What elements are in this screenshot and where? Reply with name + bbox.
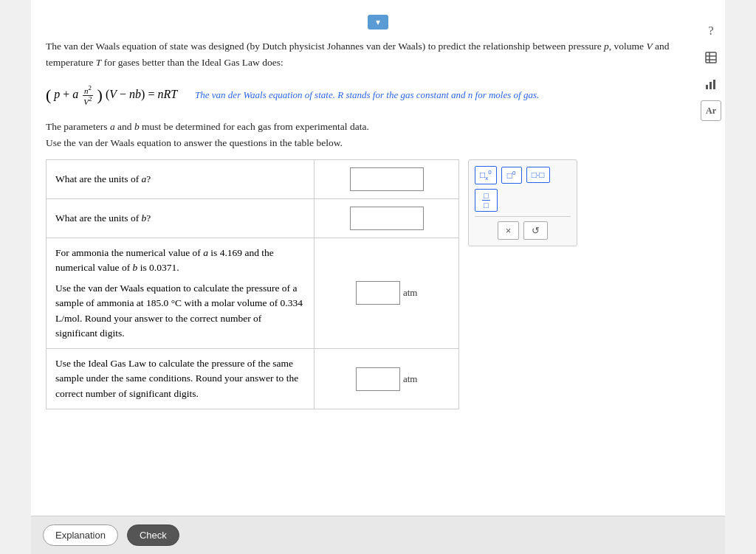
- table-row: Use the Ideal Gas Law to calculate the p…: [47, 349, 459, 409]
- power-button[interactable]: □0: [501, 167, 522, 184]
- help-icon[interactable]: ?: [701, 21, 721, 41]
- symbol-panel: □x0 □0 □·□ □ □: [468, 159, 577, 247]
- table-row: What are the units of a?: [47, 159, 459, 198]
- symbol-row-2: □ □: [475, 189, 571, 212]
- answer-input-1[interactable]: [350, 167, 424, 191]
- ar-icon[interactable]: Ar: [701, 100, 721, 121]
- answer-cell-4: atm: [315, 349, 459, 409]
- question-table: What are the units of a? What are the un…: [46, 159, 459, 409]
- answer-input-3[interactable]: [356, 281, 400, 305]
- table-icon[interactable]: [701, 47, 721, 68]
- table-row: For ammonia the numerical value of a is …: [47, 238, 459, 349]
- formula-row: ( p + a n2 V2 ) (V − nb) = nRT The van d…: [46, 82, 710, 109]
- svg-rect-5: [709, 82, 712, 89]
- answer-cell-3: atm: [315, 238, 459, 349]
- params-text: The parameters a and b must be determine…: [46, 121, 710, 133]
- chart-icon[interactable]: [701, 74, 721, 94]
- question-cell-4: Use the Ideal Gas Law to calculate the p…: [47, 349, 315, 409]
- symbol-divider: [475, 216, 571, 217]
- right-sidebar: ? Ar: [697, 15, 725, 127]
- svg-rect-0: [706, 52, 716, 63]
- explanation-button[interactable]: Explanation: [43, 524, 118, 546]
- top-chevron-area: ▾: [46, 15, 710, 30]
- fraction-button[interactable]: □ □: [475, 189, 498, 212]
- bottom-bar: Explanation Check: [31, 516, 725, 554]
- svg-rect-4: [706, 85, 708, 89]
- question-cell-3: For ammonia the numerical value of a is …: [47, 238, 315, 349]
- intro-paragraph: The van der Waals equation of state was …: [46, 38, 710, 70]
- unit-label-4: atm: [403, 373, 418, 385]
- use-text: Use the van der Waals equation to answer…: [46, 137, 710, 149]
- unit-label-3: atm: [403, 287, 418, 299]
- undo-button[interactable]: ↺: [523, 221, 548, 240]
- symbol-row-1: □x0 □0 □·□: [475, 166, 571, 184]
- vdw-equation: ( p + a n2 V2 ) (V − nb) = nRT: [46, 85, 177, 106]
- dot-product-button[interactable]: □·□: [526, 167, 550, 183]
- answer-input-2[interactable]: [350, 207, 424, 230]
- question-table-wrapper: What are the units of a? What are the un…: [46, 159, 459, 409]
- formula-caption: The van der Waals equation of state. R s…: [195, 89, 710, 101]
- collapse-button[interactable]: ▾: [368, 15, 388, 30]
- content-area: What are the units of a? What are the un…: [46, 159, 710, 409]
- main-container: ? Ar ▾ The van der Waals equation of sta…: [31, 0, 725, 554]
- svg-rect-6: [713, 80, 715, 89]
- clear-button[interactable]: ×: [498, 221, 520, 240]
- superscript-button[interactable]: □x0: [475, 166, 497, 184]
- check-button[interactable]: Check: [127, 524, 179, 546]
- answer-cell-2: [315, 198, 459, 238]
- answer-cell-1: [315, 159, 459, 198]
- table-row: What are the units of b?: [47, 198, 459, 238]
- symbol-action-row: × ↺: [475, 221, 571, 240]
- question-cell-2: What are the units of b?: [47, 198, 315, 238]
- question-cell-1: What are the units of a?: [47, 159, 315, 198]
- answer-input-4[interactable]: [356, 367, 400, 391]
